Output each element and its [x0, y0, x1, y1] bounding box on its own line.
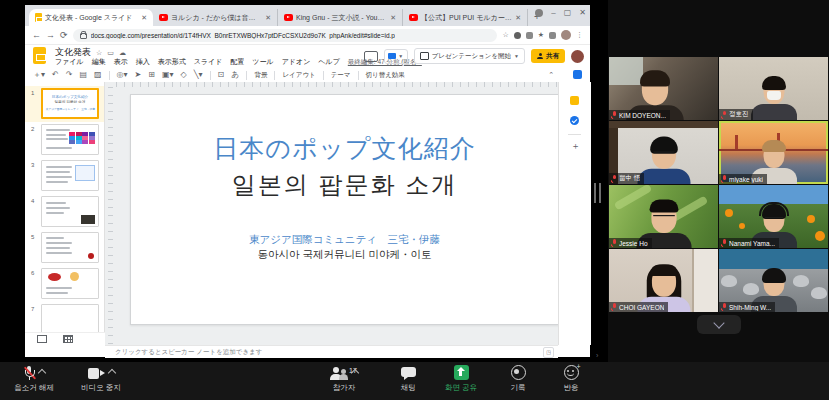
- zoom-icon[interactable]: ◎▾: [117, 71, 128, 79]
- participants-button[interactable]: 17 참가자: [312, 365, 376, 397]
- share-screen-button[interactable]: 화면 공유: [434, 365, 488, 397]
- keep-icon[interactable]: [570, 96, 579, 105]
- extensions-puzzle-icon[interactable]: [549, 32, 556, 39]
- addon-icon[interactable]: [573, 70, 582, 79]
- forward-icon[interactable]: →: [46, 31, 55, 40]
- meet-button[interactable]: ▼: [384, 49, 408, 64]
- hide-side-panel-icon[interactable]: ›: [596, 352, 598, 359]
- chat-button[interactable]: 채팅: [386, 365, 430, 397]
- back-icon[interactable]: ←: [32, 31, 41, 40]
- tab-close-icon[interactable]: ✕: [515, 14, 521, 22]
- menu-format[interactable]: 表示形式: [158, 57, 186, 67]
- chrome-avatar[interactable]: [561, 30, 571, 40]
- current-slide[interactable]: 日本のポップ文化紹介 일본의 팝문화 소개 東アジア国際コミュニティ 三宅・伊藤…: [130, 94, 558, 325]
- layout-button[interactable]: レイアウト: [282, 71, 315, 80]
- tab-close-icon[interactable]: ✕: [390, 14, 396, 22]
- video-tile[interactable]: Jessie Ho: [609, 185, 718, 248]
- bookmark-star-icon[interactable]: ☆: [502, 31, 508, 39]
- redo-icon[interactable]: ↷: [66, 71, 73, 79]
- scroll-participants-button[interactable]: [697, 315, 741, 334]
- add-addon-icon[interactable]: ＋: [571, 140, 580, 153]
- video-tile[interactable]: KIM DOYEON...: [609, 57, 718, 120]
- maximize-button[interactable]: ▢: [564, 8, 572, 17]
- text-box-icon[interactable]: ⊞: [148, 71, 155, 79]
- slide-thumbnail-4[interactable]: 4: [25, 194, 104, 230]
- slide-title-japanese[interactable]: 日本のポップ文化紹介: [131, 132, 558, 165]
- slide-title-korean[interactable]: 일본의 팝문화 소개: [131, 169, 558, 201]
- menu-view[interactable]: 表示: [114, 57, 128, 67]
- thumbnail-canvas[interactable]: [41, 196, 99, 227]
- text-format-icon[interactable]: あ: [231, 71, 239, 79]
- menu-help[interactable]: ヘルプ: [318, 57, 340, 67]
- tab-close-icon[interactable]: ✕: [141, 14, 147, 22]
- tab-youtube-2[interactable]: King Gnu - 三文小説 - YouTube ✕: [278, 9, 403, 26]
- slide-thumbnail-6[interactable]: 6: [25, 266, 104, 302]
- menu-edit[interactable]: 編集: [92, 57, 106, 67]
- insert-line-icon[interactable]: ╲▾: [194, 71, 203, 79]
- share-button[interactable]: 共有: [531, 49, 565, 63]
- collapse-toolbar-icon[interactable]: ⌃: [548, 71, 554, 79]
- slide-thumbnail-3[interactable]: 3: [25, 158, 104, 194]
- google-slides-logo[interactable]: [33, 47, 46, 64]
- slide-subtitle-korean[interactable]: 동아시아 국제커뮤니티 미야케・이토: [131, 248, 558, 262]
- extension-icon[interactable]: [526, 32, 533, 39]
- reactions-button[interactable]: + 반응: [546, 365, 596, 397]
- thumbnail-canvas[interactable]: [41, 124, 99, 155]
- print-icon[interactable]: ▤: [79, 71, 87, 79]
- record-button[interactable]: 기록: [496, 365, 540, 397]
- chrome-menu-icon[interactable]: ⋮: [576, 31, 583, 39]
- comments-icon[interactable]: [364, 51, 378, 62]
- chevron-down-icon[interactable]: ▼: [514, 53, 519, 59]
- menu-arrange[interactable]: 配置: [230, 57, 244, 67]
- thumbnail-canvas[interactable]: [41, 304, 99, 335]
- close-button[interactable]: ✕: [579, 8, 586, 17]
- select-cursor-icon[interactable]: ➤: [135, 71, 142, 79]
- panel-resize-handle[interactable]: [594, 183, 601, 203]
- tab-youtube-1[interactable]: ヨルシカ - だから僕は音楽を辞めた ✕: [153, 9, 278, 26]
- grid-view-icon[interactable]: [63, 335, 73, 343]
- slide-subtitle-japanese[interactable]: 東アジア国際コミュニティ 三宅・伊藤: [131, 233, 558, 247]
- browser-profile-icon[interactable]: [535, 9, 543, 17]
- menu-file[interactable]: ファイル: [55, 57, 84, 67]
- slide-thumbnail-1[interactable]: 1 日本のポップ文化紹介 일본의 팝문화 소개 東アジア国際コミュニティ 三宅・…: [25, 86, 104, 122]
- new-slide-icon[interactable]: ＋▾: [33, 71, 45, 79]
- menu-slide[interactable]: スライド: [194, 57, 223, 67]
- minimize-button[interactable]: –: [551, 8, 555, 17]
- insert-image-icon[interactable]: ▣▾: [162, 71, 174, 79]
- video-tile[interactable]: 畠中 悟: [609, 121, 718, 184]
- explore-button[interactable]: ◳: [543, 347, 554, 358]
- comment-icon[interactable]: ⊡: [218, 71, 225, 79]
- menu-tools[interactable]: ツール: [252, 57, 273, 67]
- transition-button[interactable]: 切り替え効果: [366, 71, 405, 80]
- thumbnail-canvas[interactable]: [41, 232, 99, 263]
- speaker-notes-bar[interactable]: クリックするとスピーカー ノートを追加できます ◳: [105, 345, 558, 358]
- tasks-icon[interactable]: [570, 116, 579, 125]
- reload-icon[interactable]: ⟳: [60, 31, 68, 40]
- background-button[interactable]: 背景: [254, 71, 267, 80]
- participants-options-chevron[interactable]: [351, 369, 359, 377]
- tab-close-icon[interactable]: ✕: [265, 14, 271, 22]
- theme-button[interactable]: テーマ: [331, 71, 351, 80]
- omnibox[interactable]: docs.google.com/presentation/d/1T4fHVX_B…: [73, 29, 498, 42]
- extension-pin-icon[interactable]: ★: [538, 31, 544, 39]
- stop-video-button[interactable]: 비디오 중지: [68, 365, 134, 397]
- audio-options-chevron[interactable]: [38, 369, 46, 377]
- menu-addons[interactable]: アドオン: [282, 57, 311, 67]
- extension-icon[interactable]: [514, 32, 521, 39]
- slide-thumbnail-5[interactable]: 5: [25, 230, 104, 266]
- account-avatar[interactable]: [571, 50, 584, 63]
- video-options-chevron[interactable]: [107, 369, 115, 377]
- tab-slides[interactable]: 文化発表 - Google スライド ✕: [29, 9, 153, 26]
- slide-thumbnail-2[interactable]: 2: [25, 122, 104, 158]
- paint-format-icon[interactable]: ▨: [94, 71, 102, 79]
- video-tile-active-speaker[interactable]: miyake yuki: [719, 121, 828, 184]
- move-folder-icon[interactable]: ▭: [107, 49, 114, 57]
- insert-shape-icon[interactable]: ◇: [181, 71, 187, 79]
- unmute-button[interactable]: 음소거 해제: [4, 365, 64, 397]
- tab-youtube-3[interactable]: 【公式】PUI PUI モルカー 第1話 ✕: [403, 9, 528, 26]
- thumbnail-canvas[interactable]: [41, 268, 99, 299]
- video-tile[interactable]: 정호진: [719, 57, 828, 120]
- video-tile[interactable]: Nanami Yama...: [719, 185, 828, 248]
- present-button[interactable]: プレゼンテーションを開始 ▼: [414, 48, 525, 64]
- menu-insert[interactable]: 挿入: [136, 57, 150, 67]
